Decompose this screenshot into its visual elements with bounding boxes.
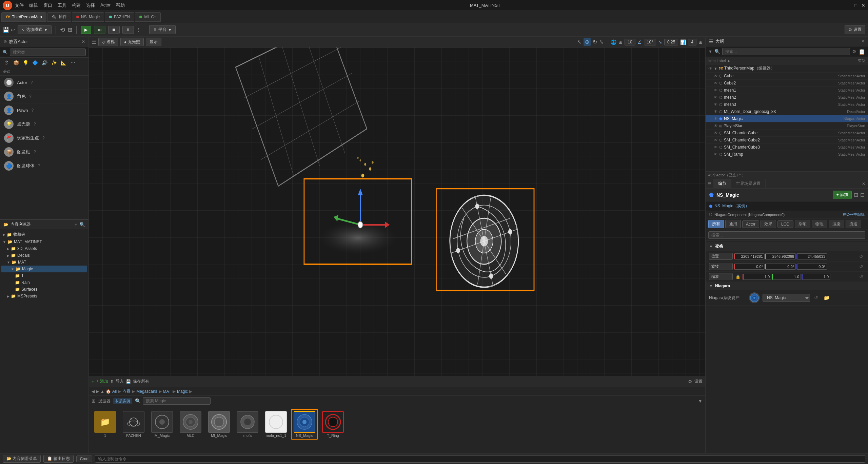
location-y-input[interactable]	[765, 253, 796, 259]
visibility-icon-cube2[interactable]: 👁	[714, 81, 718, 85]
location-x-input[interactable]	[734, 253, 765, 259]
pause-btn[interactable]: ⏸	[122, 26, 134, 34]
details-add-btn[interactable]: + 添加	[833, 191, 852, 199]
outliner-add-icon[interactable]: 📋	[859, 49, 865, 55]
asset-item-mofa[interactable]: mofa	[234, 409, 261, 440]
menu-file[interactable]: 文件	[15, 2, 24, 8]
num-value[interactable]: 4	[688, 39, 696, 45]
place-actor-close[interactable]: ✕	[82, 39, 85, 44]
tab-plugins[interactable]: 🔌 插件	[47, 12, 71, 22]
details-tab-expand-icon[interactable]: ☰	[706, 181, 713, 186]
nav-forward-icon[interactable]: ▶	[96, 389, 99, 394]
camera-icon[interactable]: 🌐	[611, 39, 616, 45]
filter-search-input[interactable]	[143, 397, 211, 405]
outliner-item-cube2[interactable]: 👁 ⬡ Cube2 StaticMeshActor	[706, 80, 868, 87]
sort-icon[interactable]: ⊞	[92, 398, 96, 404]
outliner-item-ns-magic[interactable]: 👁 ⬟ NS_Magic NiagaraActor	[706, 115, 868, 122]
asset-item-ns-magic[interactable]: NS_Magic	[291, 409, 318, 440]
location-z-input[interactable]	[796, 253, 827, 259]
lighting-btn[interactable]: ● 无光照	[120, 38, 144, 46]
cb-add-icon[interactable]: +	[92, 379, 94, 384]
actor-help-trigger-sphere[interactable]: ?	[38, 163, 40, 168]
outliner-col-label[interactable]: Item Label ▲	[708, 59, 818, 63]
search-folder-icon[interactable]: 🔍	[79, 222, 85, 227]
visibility-icon-sm-chamfer[interactable]: 👁	[714, 131, 718, 135]
cmd-btn[interactable]: Cmd	[76, 456, 92, 462]
visibility-icon-mesh1[interactable]: 👁	[714, 88, 718, 93]
rotation-z-input[interactable]	[796, 264, 827, 270]
location-dropdown[interactable]: 位置	[709, 253, 733, 260]
actor-help-pawn[interactable]: ?	[32, 108, 34, 113]
outliner-close[interactable]: ✕	[861, 39, 865, 44]
filter-tab-actor[interactable]: Actor	[742, 220, 759, 228]
actor-help-player-start[interactable]: ?	[42, 136, 45, 140]
folder-favorites[interactable]: ▶ 📁 收藏夹	[1, 231, 87, 238]
minimize-btn[interactable]: —	[846, 3, 850, 8]
transform-section-header[interactable]: ▼ 变换	[706, 242, 868, 251]
details-expand-icon[interactable]: ⊞	[854, 192, 858, 198]
angle-value[interactable]: 10°	[644, 39, 656, 45]
play-skip-btn[interactable]: ⏭	[94, 26, 105, 34]
category-recent-icon[interactable]: ⏱	[3, 59, 10, 66]
nav-back-icon[interactable]: ◀	[92, 389, 95, 394]
transform-icon[interactable]: ⟲	[60, 26, 65, 34]
folder-decals[interactable]: ▶ 📁 Decals	[1, 252, 87, 259]
play-btn[interactable]: ▶	[81, 26, 91, 34]
details-instance-label[interactable]: NS_Magic（实例）	[714, 203, 749, 209]
filter-tab-render[interactable]: 渲染	[829, 220, 844, 228]
filter-tab-misc[interactable]: 杂项	[795, 220, 810, 228]
niagara-section-header[interactable]: ▼ Niagara	[706, 282, 868, 290]
path-magic[interactable]: Magic	[177, 389, 188, 394]
folder-rain[interactable]: 📁 Rain	[1, 279, 87, 286]
more-options-icon[interactable]: ⋮	[137, 27, 141, 32]
scale-x-input[interactable]	[743, 274, 771, 280]
filter-tab-lod[interactable]: LOD	[777, 220, 793, 228]
transform-translate-icon[interactable]: ⊕	[584, 38, 591, 46]
visibility-icon-worn-door[interactable]: 👁	[714, 109, 718, 114]
layout-icon[interactable]: ⊞	[698, 39, 703, 45]
viewport-main[interactable]	[89, 47, 705, 376]
details-close[interactable]: ✕	[859, 181, 868, 186]
visibility-icon-player-start[interactable]: 👁	[714, 123, 718, 128]
niagara-reset-btn[interactable]: ↺	[813, 295, 820, 301]
details-search-input[interactable]	[708, 231, 865, 239]
num-icon[interactable]: 📊	[680, 39, 686, 45]
list-item-player-start[interactable]: 🚩 玩家出生点 ?	[0, 131, 88, 145]
outliner-item-sm-ramp[interactable]: 👁 ⬡ SM_Ramp StaticMeshActor	[706, 151, 868, 158]
cb-import-icon[interactable]: ⬆	[110, 379, 114, 384]
visibility-icon-cube[interactable]: 👁	[714, 74, 718, 78]
rotation-x-input[interactable]	[734, 264, 765, 270]
outliner-item-sm-chamfer2[interactable]: 👁 ⬡ SM_ChamferCube2 StaticMeshActor	[706, 137, 868, 144]
nav-up-icon[interactable]: ▲	[100, 389, 104, 394]
outliner-item-sm-chamfer[interactable]: 👁 ⬡ SM_ChamferCube StaticMeshActor	[706, 130, 868, 137]
list-item-point-light[interactable]: 💡 点光源 ?	[0, 117, 88, 131]
menu-tools[interactable]: 工具	[58, 2, 66, 8]
rotation-reset-btn[interactable]: ↺	[858, 264, 865, 269]
angle-icon[interactable]: ∠	[637, 39, 642, 45]
close-btn[interactable]: ✕	[861, 3, 865, 8]
outliner-col-type[interactable]: 类型	[818, 58, 865, 63]
select-mode-btn[interactable]: ↖ 选项模式 ▼	[18, 25, 52, 34]
category-fx-icon[interactable]: ✨	[50, 59, 58, 66]
scale-y-input[interactable]	[772, 274, 801, 280]
filter-tab-physics[interactable]: 物理	[812, 220, 827, 228]
filter-options-icon[interactable]: ▼	[698, 398, 703, 404]
category-volumes-icon[interactable]: 📐	[60, 59, 67, 66]
asset-item-fazhen[interactable]: FAZHEN	[120, 409, 147, 440]
outliner-item-worn-door[interactable]: 👁 ⬡ MI_Worn_Door_tgnobcig_8K DecalActor	[706, 108, 868, 115]
location-reset-btn[interactable]: ↺	[858, 254, 865, 259]
visibility-icon-mesh3[interactable]: 👁	[714, 102, 718, 107]
folder-mat[interactable]: ▼ 📂 MAT	[1, 259, 87, 266]
visibility-icon-sm-chamfer2[interactable]: 👁	[714, 138, 718, 142]
menu-build[interactable]: 构建	[72, 2, 81, 8]
path-megascans[interactable]: Megascans	[136, 389, 157, 394]
settings-btn[interactable]: ⚙ 设置	[845, 25, 865, 34]
folder-surfaces[interactable]: 📁 Surfaces	[1, 286, 87, 293]
category-all-icon[interactable]: ⋯	[69, 59, 77, 66]
category-audio-icon[interactable]: 🔊	[41, 59, 48, 66]
visibility-icon-sm-chamfer3[interactable]: 👁	[714, 145, 718, 150]
visibility-icon-mesh2[interactable]: 👁	[714, 95, 718, 100]
filter-tab-streaming[interactable]: 流送	[846, 220, 861, 228]
select-mode-icon[interactable]: ↖	[577, 39, 581, 45]
list-item-character[interactable]: 👤 角色 ?	[0, 90, 88, 103]
